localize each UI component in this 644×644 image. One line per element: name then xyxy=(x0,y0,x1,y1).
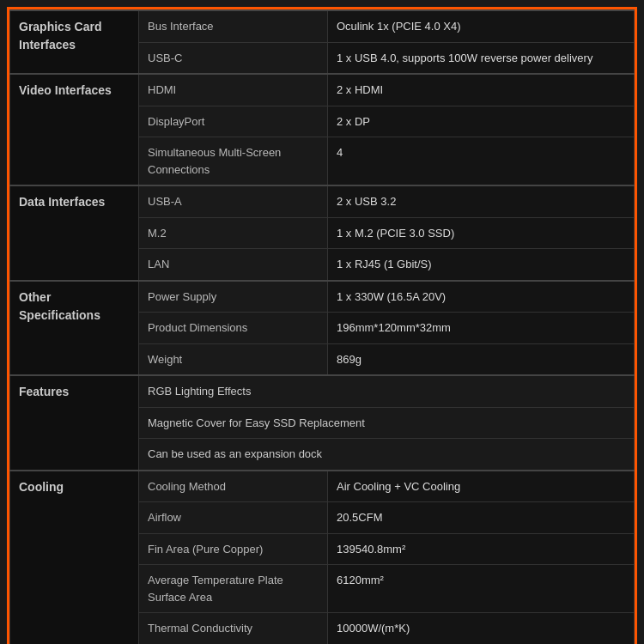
category-cell: Video Interfaces xyxy=(10,74,139,185)
spec-value: 6120mm² xyxy=(328,565,635,613)
spec-value: 2 x USB 3.2 xyxy=(328,185,635,217)
spec-label: M.2 xyxy=(139,217,328,249)
spec-label: HDMI xyxy=(139,74,328,106)
spec-value: Air Cooling + VC Cooling xyxy=(328,471,635,502)
category-cell: Features xyxy=(10,375,139,471)
spec-label: DisplayPort xyxy=(139,106,328,137)
category-cell: Graphics Card Interfaces xyxy=(10,10,139,74)
spec-value: 869g xyxy=(328,343,635,375)
spec-label: Bus Interface xyxy=(139,10,328,42)
spec-label: Power Supply xyxy=(139,281,328,313)
table-row: Data InterfacesUSB-A2 x USB 3.2 xyxy=(10,185,635,217)
spec-label: Cooling Method xyxy=(139,471,328,502)
spec-table: Graphics Card InterfacesBus InterfaceOcu… xyxy=(9,9,635,644)
spec-value: 139540.8mm² xyxy=(328,533,635,565)
category-cell: Data Interfaces xyxy=(10,185,139,281)
feature-cell: Can be used as an expansion dock xyxy=(139,439,635,471)
feature-cell: Magnetic Cover for Easy SSD Replacement xyxy=(139,407,635,439)
category-cell: Other Specifications xyxy=(10,281,139,376)
spec-value: 1 x USB 4.0, supports 100W reverse power… xyxy=(328,42,635,74)
spec-value: 1 x RJ45 (1 Gbit/S) xyxy=(328,249,635,281)
spec-label: Fin Area (Pure Copper) xyxy=(139,533,328,565)
table-row: FeaturesRGB Lighting Effects xyxy=(10,375,635,407)
category-cell: Cooling xyxy=(10,471,139,645)
spec-value: 196mm*120mm*32mm xyxy=(328,313,635,344)
spec-label: Airflow xyxy=(139,502,328,534)
table-row: CoolingCooling MethodAir Cooling + VC Co… xyxy=(10,471,635,502)
table-row: Graphics Card InterfacesBus InterfaceOcu… xyxy=(10,10,635,42)
spec-value: Oculink 1x (PCIE 4.0 X4) xyxy=(328,10,635,42)
spec-label: Product Dimensions xyxy=(139,313,328,344)
spec-label: Thermal Conductivity xyxy=(139,613,328,645)
spec-value: 1 x 330W (16.5A 20V) xyxy=(328,281,635,313)
spec-label: USB-C xyxy=(139,42,328,74)
spec-label: Average Temperature Plate Surface Area xyxy=(139,565,328,613)
spec-value: 4 xyxy=(328,137,635,186)
table-row: Video InterfacesHDMI2 x HDMI xyxy=(10,74,635,106)
spec-label: Simultaneous Multi-Screen Connections xyxy=(139,137,328,186)
spec-value: 20.5CFM xyxy=(328,502,635,534)
spec-value: 2 x HDMI xyxy=(328,74,635,106)
spec-label: LAN xyxy=(139,249,328,281)
spec-value: 10000W/(m*K) xyxy=(328,613,635,645)
feature-cell: RGB Lighting Effects xyxy=(139,375,635,407)
spec-label: USB-A xyxy=(139,185,328,217)
table-row: Other SpecificationsPower Supply1 x 330W… xyxy=(10,281,635,313)
spec-value: 1 x M.2 (PCIE 3.0 SSD) xyxy=(328,217,635,249)
spec-label: Weight xyxy=(139,343,328,375)
spec-table-wrapper: Graphics Card InterfacesBus InterfaceOcu… xyxy=(7,7,637,644)
spec-value: 2 x DP xyxy=(328,106,635,137)
